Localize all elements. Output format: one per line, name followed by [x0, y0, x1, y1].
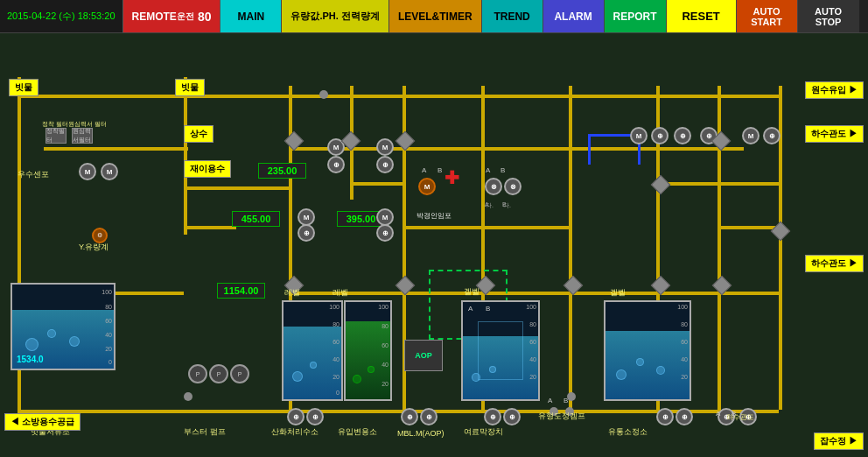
bit-water-left-label[interactable]: 빗물 [9, 79, 38, 96]
pump2: P [209, 364, 228, 383]
japsoo-label[interactable]: 잡수정 [814, 432, 864, 450]
datetime-display: 2015-04-22 (수) 18:53:20 [0, 0, 123, 32]
val-box-2: 455.00 [232, 211, 280, 227]
reset-button[interactable]: RESET [667, 0, 737, 32]
pump-sanwha: ⊕ [287, 408, 304, 425]
level-label-2: 레벨 [332, 287, 348, 299]
motor-pump-b2: ⊗ [504, 178, 522, 195]
pump-yuhak: ⊕ [656, 408, 674, 425]
pipe-v-650 [569, 86, 572, 410]
filter1: 정착필터 [46, 128, 66, 144]
red-valve-1: ✚ [444, 169, 459, 186]
pipe-dot-1 [319, 90, 328, 99]
bak-label: 박경인임포 [416, 211, 452, 221]
booster-label: 부스터 펌프 [184, 426, 226, 438]
motor-left2: M [101, 163, 118, 180]
tank3-b: B [486, 305, 490, 313]
level-label-4: 겔벨 [610, 287, 626, 299]
pipe-h-mid5 [481, 226, 569, 229]
pump-yuhak2: ⊕ [676, 408, 693, 425]
report-button[interactable]: REPORT [605, 0, 667, 32]
pump-yuup2: ⊕ [420, 408, 438, 425]
pipe-dot-2 [184, 392, 192, 401]
auto-stop-button[interactable]: AUTOSTOP [798, 0, 859, 32]
tank-value: 1534.0 [17, 355, 44, 364]
pump-yemo: ⊕ [484, 408, 501, 425]
label-bot-dd: 다. [486, 201, 494, 210]
pipe-row2-h [44, 147, 188, 151]
pump1: P [188, 364, 207, 383]
pump-yuup: ⊕ [401, 408, 418, 425]
label-a2: A [486, 166, 490, 174]
pipe-row4-h [184, 226, 236, 229]
aop-box: AOP [404, 340, 443, 371]
main-button[interactable]: MAIN [220, 0, 282, 32]
motor-right1: M [376, 138, 394, 156]
filter2: 원심력서필터 [72, 128, 93, 144]
hasoo1-label[interactable]: 하수관도 [805, 125, 864, 143]
bit-water-right-label[interactable]: 빗물 [175, 79, 205, 96]
usu-label: 우수센포 [18, 169, 49, 180]
pipe-h-mid8 [718, 226, 779, 229]
pump-sanwha2: ⊕ [306, 408, 324, 425]
wonsu-label[interactable]: 원수유입 [805, 81, 864, 99]
hasoo2-label[interactable]: 하수관도 [805, 255, 864, 272]
label-b2: B [500, 166, 505, 174]
sanwha-label: 산화처리수소 [271, 426, 318, 438]
motor-700-3: ⊕ [674, 127, 691, 144]
tank-sanwha: 100 80 60 40 20 0 [282, 300, 343, 401]
pipe-h-low6 [718, 292, 779, 295]
motor-r1: M [742, 127, 760, 144]
trend-button[interactable]: TREND [482, 0, 543, 32]
motor-right2: ⊕ [376, 156, 394, 173]
motor-mid2: ⊕ [327, 156, 345, 173]
tank-yuhak: 100 80 60 40 20 [604, 300, 691, 401]
indicator-a: A [548, 397, 552, 404]
alarm-button[interactable]: ALARM [543, 0, 605, 32]
pipe-h-low5 [656, 292, 718, 295]
jaei-label[interactable]: 재이용수 [184, 160, 231, 178]
pipe-col2-v [184, 77, 187, 235]
booster-pumps: P P P [188, 364, 249, 383]
pipe-h-low3 [481, 292, 569, 295]
bit-storage-tank: 100 80 60 40 20 0 1534.0 [10, 283, 116, 370]
filter1-label: 정착 필터 [42, 120, 68, 129]
remote-status: REMOTE 운전 80 [123, 0, 221, 32]
filter2-label: 원심력서 필터 [68, 120, 107, 129]
motor-mid3: M [298, 208, 315, 226]
sofire-label[interactable]: 소방용수공급 [4, 413, 80, 431]
motor-pump-a1: M [418, 178, 436, 195]
motor-left1: M [79, 163, 96, 180]
pump-yemo2: ⊕ [503, 408, 521, 425]
pipe-h-mid4 [402, 226, 481, 229]
sangsu-label[interactable]: 상수 [184, 125, 214, 143]
valve-r2 [771, 221, 791, 242]
level-label-3: 겔벨 [464, 286, 480, 298]
mbl-label: MBL.M(AOP) [397, 429, 444, 438]
pipe-h-mid2 [350, 182, 402, 186]
tank-yemo: 100 80 60 40 20 [461, 300, 540, 401]
label-a1: A [422, 166, 426, 174]
motor-r2: ⊕ [763, 127, 780, 144]
motor-right3: M [376, 208, 394, 226]
auto-start-button[interactable]: AUTOSTART [737, 0, 798, 32]
pump3: P [230, 364, 249, 383]
flow-button[interactable]: 유량값.PH. 전력량계 [282, 0, 388, 32]
pipe-h-mid7 [656, 182, 779, 186]
motor-700-2: ⊕ [651, 127, 668, 144]
yuhak-sub-label: 유형도정겜프 [538, 411, 585, 422]
yuup-label: 유입변용소 [338, 426, 377, 438]
pipe-top-h [18, 95, 779, 98]
valve-r3 [651, 175, 671, 195]
yemo-label: 여료막장치 [464, 426, 503, 438]
level-label-1: 레벨 [284, 287, 300, 299]
right-sub-label: 하수관도 [726, 412, 754, 422]
motor-right4: ⊕ [376, 224, 394, 242]
pipe-row3-h [184, 186, 289, 190]
level-timer-button[interactable]: LEVEL&TIMER [389, 0, 482, 32]
tank3-a: A [468, 305, 472, 313]
pipe-dot-3 [567, 392, 576, 401]
pipe-h-mid3 [402, 147, 569, 151]
val-box-4: 1154.00 [217, 283, 265, 299]
right-a: A [716, 410, 720, 418]
